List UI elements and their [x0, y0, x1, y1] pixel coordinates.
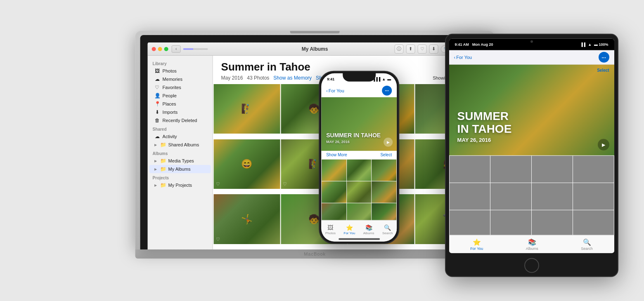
show-as-memory-link[interactable]: Show as Memory: [273, 75, 312, 81]
sidebar-item-recently-deleted[interactable]: 🗑 Recently Deleted: [149, 116, 211, 125]
minimize-button[interactable]: [158, 47, 162, 51]
favorites-icon: ♡: [154, 85, 160, 90]
import-icon[interactable]: ⬇: [429, 45, 438, 54]
wifi-icon: ▲: [382, 77, 386, 81]
favorite-icon[interactable]: ♡: [418, 45, 427, 54]
iphone-tab-search[interactable]: 🔍 Search: [382, 224, 393, 235]
ipad-photo-cell[interactable]: [450, 156, 490, 183]
ipad-photo-cell[interactable]: [490, 210, 531, 237]
ipad-photo-cell[interactable]: [532, 183, 573, 210]
photos-tab-icon: 🖼: [327, 224, 333, 230]
photos-app: ‹ My Albums ⓘ ⬆ ♡ ⬇ 🔍: [148, 42, 482, 249]
iphone-select-button[interactable]: Select: [380, 153, 392, 157]
foryou-tab-icon: ⭐: [346, 224, 353, 230]
iphone-tab-photos[interactable]: 🖼 Photos: [325, 224, 336, 235]
macbook-device: ‹ My Albums ⓘ ⬆ ♡ ⬇ 🔍: [135, 31, 495, 270]
media-types-icon: 📁: [160, 158, 166, 164]
sidebar-item-favorites[interactable]: ♡ Favorites: [149, 83, 211, 92]
iphone-more-button[interactable]: ···: [382, 86, 392, 96]
iphone-photo-cell[interactable]: [322, 160, 346, 181]
sidebar-item-memories[interactable]: ☁ Memories: [149, 75, 211, 83]
iphone-status-icons: ▐▐▐ ▲ ▬: [372, 77, 391, 81]
activity-icon: ☁: [154, 134, 160, 139]
iphone-photo-cell[interactable]: [372, 181, 397, 203]
ipad-tab-search[interactable]: 🔍 Search: [573, 238, 601, 250]
iphone-back-button[interactable]: ‹ For You: [326, 88, 344, 93]
sidebar-item-label: Media Types: [168, 158, 194, 163]
sidebar-item-label: My Projects: [168, 183, 192, 188]
ipad-home-button[interactable]: [524, 258, 539, 273]
ipad-back-button[interactable]: ‹ For You: [454, 55, 472, 60]
ipad-tab-foryou-label: For You: [470, 246, 483, 250]
iphone-tab-foryou[interactable]: ⭐ For You: [344, 224, 355, 235]
sidebar-item-label: Activity: [163, 134, 177, 139]
ipad-tab-albums-label: Albums: [526, 246, 538, 250]
sidebar-item-my-projects[interactable]: ▶ 📁 My Projects: [149, 181, 211, 189]
ipad-tab-albums[interactable]: 📚 Albums: [518, 238, 547, 250]
iphone-play-button[interactable]: ▶: [384, 138, 393, 147]
ipad-screen: 9:41 AM Mon Aug 20 ▐▐ ▲ ▬ 100% ‹ For You…: [449, 39, 614, 253]
memories-icon: ☁: [154, 76, 160, 82]
photo-cell[interactable]: ♡ 🤸: [214, 194, 280, 244]
close-button[interactable]: [152, 47, 156, 51]
trash-icon: 🗑: [154, 118, 160, 123]
maximize-button[interactable]: [164, 47, 168, 51]
iphone-memory-card[interactable]: SUMMER IN TAHOE MAY 26, 2016 ▶: [321, 97, 397, 151]
ipad-photo-cell[interactable]: [532, 210, 573, 237]
iphone-actions: Show More Select: [321, 151, 397, 159]
ipad-more-button[interactable]: ···: [599, 52, 609, 63]
sidebar-item-places[interactable]: 📍 Places: [149, 100, 211, 108]
traffic-lights: [152, 47, 168, 51]
sidebar-item-imports[interactable]: ⬇ Imports: [149, 108, 211, 116]
iphone-nav: ‹ For You ···: [321, 85, 397, 97]
sidebar-item-shared-albums[interactable]: ▶ 📁 Shared Albums: [149, 141, 211, 149]
ipad-photo-cell[interactable]: [490, 156, 531, 183]
chevron-left-icon: ‹: [326, 88, 328, 93]
iphone-photo-cell[interactable]: [347, 181, 372, 203]
ipad-photo-cell[interactable]: [490, 183, 531, 210]
shared-albums-icon: 📁: [160, 142, 166, 148]
chevron-left-icon: ‹: [454, 55, 456, 60]
search-tab-icon: 🔍: [583, 238, 591, 246]
share-icon[interactable]: ⬆: [406, 45, 415, 54]
ipad-photo-cell[interactable]: [573, 183, 614, 210]
iphone-screen: 9:41 ▐▐▐ ▲ ▬ ‹ For You ··· SUMMER IN TAH…: [321, 73, 397, 242]
ipad-hero[interactable]: SUMMERIN TAHOE MAY 26, 2016 ▶ Select: [449, 65, 614, 155]
ipad-photo-cell[interactable]: [573, 210, 614, 237]
wifi-icon: ▲: [588, 42, 592, 47]
photo-cell[interactable]: 🧗: [214, 84, 280, 134]
iphone-show-more-button[interactable]: Show More: [326, 153, 347, 157]
ipad-tab-bar: ⭐ For You 📚 Albums 🔍 Search: [449, 235, 614, 253]
ipad-photo-cell[interactable]: [573, 156, 614, 183]
iphone-photo-cell[interactable]: [372, 160, 397, 181]
iphone-photo-cell[interactable]: [322, 181, 346, 203]
back-arrow[interactable]: ‹: [172, 45, 181, 53]
iphone-device: 9:41 ▐▐▐ ▲ ▬ ‹ For You ··· SUMMER IN TAH…: [319, 71, 399, 244]
sidebar-item-people[interactable]: 👤 People: [149, 92, 211, 100]
ipad-tab-search-label: Search: [581, 246, 593, 250]
sidebar-item-my-albums[interactable]: ▶ 📁 My Albums: [149, 165, 211, 173]
sidebar-item-activity[interactable]: ☁ Activity: [149, 132, 211, 141]
search-tab-icon: 🔍: [384, 224, 391, 230]
ipad-time: 9:41 AM: [455, 42, 469, 47]
people-icon: 👤: [154, 93, 160, 99]
iphone-notch: [343, 72, 376, 82]
sidebar-albums-label: Albums: [148, 149, 213, 157]
sidebar-item-media-types[interactable]: ▶ 📁 Media Types: [149, 157, 211, 165]
ipad-play-button[interactable]: ▶: [598, 139, 609, 150]
ipad-select-button[interactable]: Select: [597, 68, 609, 73]
ipad-camera: [530, 40, 533, 43]
iphone-back-label: For You: [329, 88, 344, 93]
zoom-slider[interactable]: [183, 48, 208, 50]
ipad-tab-foryou[interactable]: ⭐ For You: [462, 238, 491, 250]
info-icon[interactable]: ⓘ: [395, 45, 404, 54]
chevron-icon: ▶: [154, 183, 157, 187]
ipad-photo-cell[interactable]: [450, 210, 490, 237]
iphone-tab-albums[interactable]: 📚 Albums: [363, 224, 374, 235]
iphone-photo-cell[interactable]: [347, 160, 372, 181]
photo-cell[interactable]: ♡ 😄: [214, 139, 280, 189]
ipad-photo-cell[interactable]: [450, 183, 490, 210]
ipad-photo-cell[interactable]: [532, 156, 573, 183]
sidebar-item-photos[interactable]: 🖼 Photos: [149, 67, 211, 75]
ipad-memory-title: SUMMERIN TAHOE MAY 26, 2016: [457, 110, 512, 143]
